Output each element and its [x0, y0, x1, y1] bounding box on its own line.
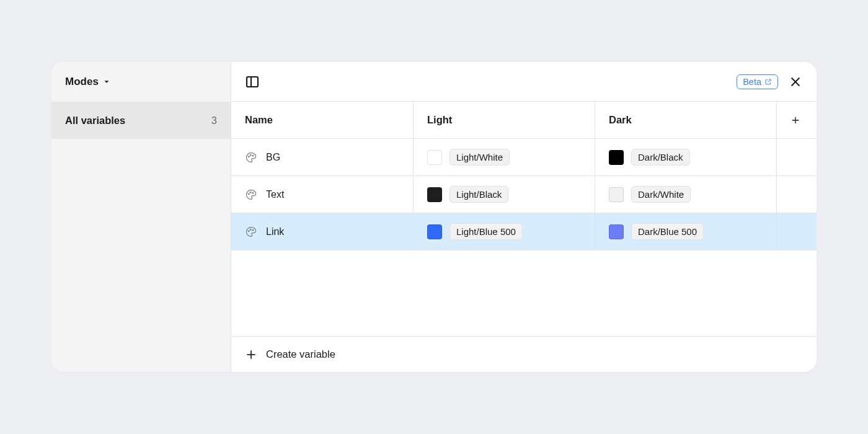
create-variable-label: Create variable — [266, 348, 335, 360]
svg-point-6 — [248, 156, 249, 157]
value-chip: Light/Blue 500 — [450, 223, 523, 240]
svg-point-11 — [252, 192, 254, 193]
row-trailing-cell — [777, 139, 814, 175]
variable-value-cell[interactable]: Dark/Black — [595, 139, 777, 175]
value-chip: Dark/Black — [631, 149, 690, 166]
column-header-dark[interactable]: Dark — [595, 102, 777, 138]
table-header-row: Name Light Dark — [231, 102, 817, 139]
create-variable-button[interactable]: Create variable — [231, 336, 817, 372]
main-area: Beta Name Light Dark — [231, 62, 817, 372]
value-chip: Light/Black — [450, 186, 508, 203]
variable-name: Link — [266, 226, 284, 237]
toolbar: Beta — [231, 62, 817, 102]
beta-badge[interactable]: Beta — [737, 74, 778, 89]
svg-point-14 — [252, 229, 254, 231]
palette-icon — [245, 226, 257, 238]
row-trailing-cell — [777, 176, 814, 213]
column-header-name: Name — [231, 102, 414, 138]
external-link-icon — [764, 78, 772, 86]
svg-point-7 — [250, 154, 251, 156]
chevron-down-icon — [102, 78, 111, 86]
table-row[interactable]: LinkLight/Blue 500Dark/Blue 500 — [231, 213, 817, 250]
variable-name-cell[interactable]: BG — [231, 139, 414, 175]
svg-point-12 — [248, 230, 249, 231]
color-swatch — [427, 187, 442, 202]
variable-value-cell[interactable]: Light/Blue 500 — [414, 213, 595, 250]
svg-point-9 — [248, 193, 249, 194]
color-swatch — [427, 150, 442, 165]
collection-count: 3 — [211, 115, 217, 126]
variable-name-cell[interactable]: Link — [231, 213, 414, 250]
variables-table: Name Light Dark BGLight/WhiteDark/BlackT… — [231, 102, 817, 336]
variable-value-cell[interactable]: Light/Black — [414, 176, 595, 213]
palette-icon — [245, 151, 257, 164]
variable-value-cell[interactable]: Light/White — [414, 139, 595, 175]
table-row[interactable]: TextLight/BlackDark/White — [231, 176, 817, 213]
sidebar: Modes All variables 3 — [51, 62, 231, 372]
color-swatch — [609, 187, 624, 202]
modes-dropdown[interactable]: Modes — [51, 62, 231, 102]
variable-name: BG — [266, 152, 280, 163]
column-header-light[interactable]: Light — [414, 102, 595, 138]
beta-badge-label: Beta — [743, 77, 761, 87]
add-mode-button[interactable] — [777, 102, 814, 138]
color-swatch — [427, 224, 442, 239]
plus-icon — [245, 348, 257, 361]
variable-value-cell[interactable]: Dark/White — [595, 176, 777, 213]
table-body: BGLight/WhiteDark/BlackTextLight/BlackDa… — [231, 139, 817, 250]
row-trailing-cell — [777, 213, 814, 250]
modes-dropdown-label: Modes — [65, 76, 99, 88]
color-swatch — [609, 224, 624, 239]
svg-point-10 — [250, 192, 251, 193]
collection-label: All variables — [65, 115, 125, 126]
sidebar-item-all-variables[interactable]: All variables 3 — [51, 102, 231, 139]
palette-icon — [245, 188, 257, 201]
svg-rect-0 — [247, 77, 258, 87]
close-button[interactable] — [787, 73, 804, 91]
value-chip: Dark/White — [631, 186, 691, 203]
value-chip: Light/White — [450, 149, 510, 166]
panel-icon — [245, 74, 260, 89]
variable-value-cell[interactable]: Dark/Blue 500 — [595, 213, 777, 250]
svg-point-8 — [252, 155, 254, 156]
value-chip: Dark/Blue 500 — [631, 223, 704, 240]
plus-icon — [790, 114, 800, 126]
close-icon — [789, 75, 802, 89]
svg-point-13 — [250, 229, 251, 230]
variables-panel: Modes All variables 3 Beta — [51, 62, 817, 372]
variable-name-cell[interactable]: Text — [231, 176, 414, 213]
variable-name: Text — [266, 189, 284, 200]
toggle-sidebar-button[interactable] — [244, 73, 261, 91]
table-row[interactable]: BGLight/WhiteDark/Black — [231, 139, 817, 176]
color-swatch — [609, 150, 624, 165]
